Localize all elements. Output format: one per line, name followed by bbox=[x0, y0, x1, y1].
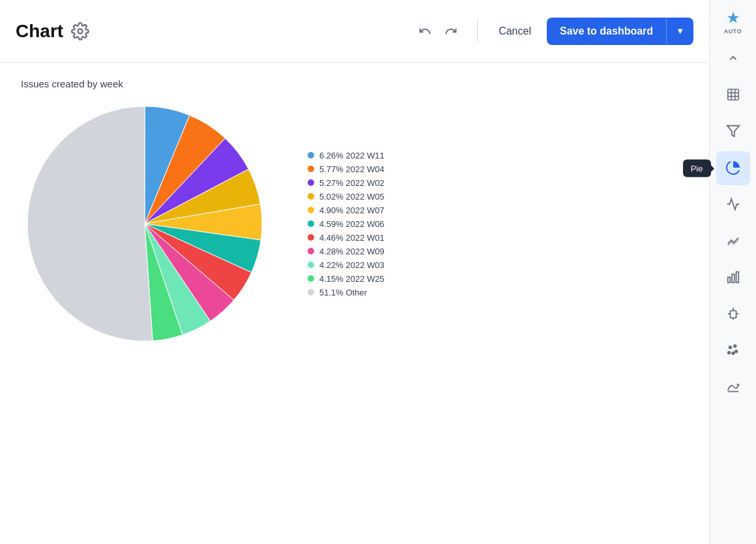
legend-item: 5.02% 2022 W05 bbox=[308, 192, 385, 202]
legend-label: 4.22% 2022 W03 bbox=[319, 260, 385, 270]
bar-icon bbox=[726, 270, 740, 286]
legend-item: 4.22% 2022 W03 bbox=[308, 260, 385, 270]
svg-rect-9 bbox=[736, 271, 738, 282]
box-icon bbox=[726, 307, 740, 323]
up-icon bbox=[727, 52, 739, 66]
legend-dot bbox=[308, 152, 314, 159]
legend-item: 4.59% 2022 W06 bbox=[308, 219, 385, 229]
redo-button[interactable] bbox=[441, 21, 461, 42]
legend-dot bbox=[308, 207, 314, 213]
legend-dot bbox=[308, 193, 314, 200]
svg-rect-1 bbox=[727, 89, 738, 100]
pie-slice-Other[interactable] bbox=[27, 106, 153, 341]
svg-rect-7 bbox=[727, 277, 730, 282]
chart-subtitle: Issues created by week bbox=[21, 78, 688, 89]
save-to-dashboard-button[interactable]: Save to dashboard ▼ bbox=[547, 18, 693, 45]
undo-button[interactable] bbox=[414, 21, 435, 42]
svg-point-0 bbox=[78, 29, 83, 33]
legend-dot bbox=[308, 179, 314, 186]
sidebar-item-auto[interactable]: AUTO bbox=[716, 5, 750, 39]
legend-label: 4.90% 2022 W07 bbox=[319, 205, 385, 215]
legend-item: 5.27% 2022 W02 bbox=[308, 178, 385, 188]
legend-label: 6.26% 2022 W11 bbox=[319, 151, 385, 160]
sidebar-item-multiline[interactable] bbox=[716, 224, 750, 258]
legend-item: 4.15% 2022 W25 bbox=[308, 274, 385, 284]
svg-point-16 bbox=[734, 350, 737, 353]
right-sidebar: AUTOPie bbox=[709, 0, 756, 544]
table-icon bbox=[726, 87, 740, 104]
legend-dot bbox=[308, 262, 314, 268]
sidebar-item-box[interactable] bbox=[716, 297, 750, 331]
pie-icon bbox=[725, 160, 741, 177]
svg-rect-8 bbox=[732, 274, 734, 282]
sidebar-item-line[interactable] bbox=[716, 188, 750, 222]
chart-title: Chart bbox=[16, 21, 63, 42]
pie-chart bbox=[21, 100, 269, 348]
legend-label: 4.28% 2022 W09 bbox=[319, 247, 385, 256]
multiline-icon bbox=[726, 234, 740, 250]
area-icon bbox=[726, 380, 740, 396]
sidebar-item-up[interactable] bbox=[716, 42, 750, 76]
legend-dot bbox=[308, 289, 314, 295]
page-title-group: Chart bbox=[16, 21, 89, 42]
line-icon bbox=[726, 197, 740, 213]
legend-dot bbox=[308, 248, 314, 254]
toolbar-divider bbox=[477, 21, 478, 42]
chart-legend: 6.26% 2022 W115.77% 2022 W045.27% 2022 W… bbox=[308, 151, 385, 297]
sidebar-item-filter[interactable] bbox=[716, 115, 750, 149]
legend-dot bbox=[308, 220, 314, 227]
sidebar-item-auto-label: AUTO bbox=[724, 28, 742, 35]
legend-label: 4.59% 2022 W06 bbox=[319, 219, 385, 229]
legend-label: 4.15% 2022 W25 bbox=[319, 274, 385, 284]
legend-item: 51.1% Other bbox=[308, 288, 385, 297]
legend-item: 6.26% 2022 W11 bbox=[308, 151, 385, 160]
sidebar-item-bar[interactable] bbox=[716, 261, 750, 295]
sidebar-item-table[interactable] bbox=[716, 78, 750, 112]
svg-rect-10 bbox=[730, 310, 736, 318]
svg-point-18 bbox=[733, 344, 736, 347]
auto-icon bbox=[726, 10, 740, 27]
settings-icon[interactable] bbox=[71, 22, 89, 40]
legend-dot bbox=[308, 234, 314, 241]
sidebar-item-pie[interactable]: Pie bbox=[716, 151, 750, 185]
legend-label: 51.1% Other bbox=[319, 288, 367, 297]
svg-point-17 bbox=[732, 352, 734, 354]
legend-label: 4.46% 2022 W01 bbox=[319, 233, 385, 243]
legend-item: 4.46% 2022 W01 bbox=[308, 233, 385, 243]
toolbar: Chart bbox=[0, 0, 709, 63]
legend-dot bbox=[308, 166, 314, 172]
content-area: Issues created by week 6.26% 2022 W115.7… bbox=[0, 63, 709, 544]
save-button-label: Save to dashboard bbox=[547, 18, 666, 45]
scatter-icon bbox=[726, 343, 740, 359]
svg-point-19 bbox=[727, 351, 730, 354]
save-dropdown-arrow[interactable]: ▼ bbox=[666, 18, 693, 44]
svg-marker-6 bbox=[727, 125, 738, 136]
chart-container: 6.26% 2022 W115.77% 2022 W045.27% 2022 W… bbox=[21, 100, 688, 348]
toolbar-actions: Cancel Save to dashboard ▼ bbox=[414, 18, 693, 45]
undo-redo-group bbox=[414, 21, 461, 42]
legend-label: 5.02% 2022 W05 bbox=[319, 192, 385, 202]
sidebar-item-area[interactable] bbox=[716, 370, 750, 404]
cancel-button[interactable]: Cancel bbox=[488, 19, 542, 44]
legend-label: 5.77% 2022 W04 bbox=[319, 164, 385, 174]
filter-icon bbox=[726, 124, 740, 140]
legend-label: 5.27% 2022 W02 bbox=[319, 178, 385, 188]
legend-item: 5.77% 2022 W04 bbox=[308, 164, 385, 174]
sidebar-item-scatter[interactable] bbox=[716, 334, 750, 368]
chart-section: Issues created by week 6.26% 2022 W115.7… bbox=[21, 78, 688, 528]
legend-item: 4.90% 2022 W07 bbox=[308, 205, 385, 215]
svg-point-15 bbox=[729, 346, 731, 348]
legend-item: 4.28% 2022 W09 bbox=[308, 247, 385, 256]
legend-dot bbox=[308, 275, 314, 282]
